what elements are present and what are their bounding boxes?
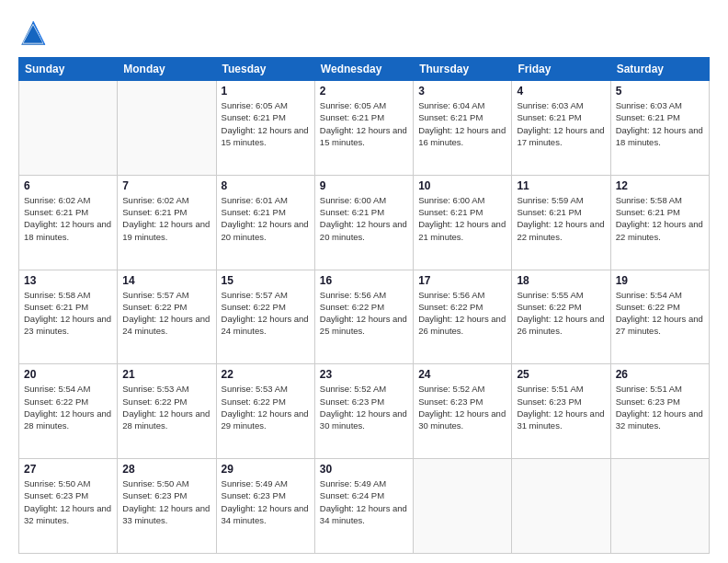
day-info: Sunrise: 5:52 AM Sunset: 6:23 PM Dayligh… — [320, 383, 408, 431]
calendar-week-row: 27Sunrise: 5:50 AM Sunset: 6:23 PM Dayli… — [19, 459, 710, 554]
calendar-cell: 23Sunrise: 5:52 AM Sunset: 6:23 PM Dayli… — [314, 364, 413, 459]
weekday-header: Thursday — [414, 58, 512, 81]
day-info: Sunrise: 5:59 AM Sunset: 6:21 PM Dayligh… — [517, 194, 605, 243]
calendar-cell: 6Sunrise: 6:02 AM Sunset: 6:21 PM Daylig… — [19, 175, 118, 270]
calendar-cell: 12Sunrise: 5:58 AM Sunset: 6:21 PM Dayli… — [610, 175, 709, 270]
weekday-row: SundayMondayTuesdayWednesdayThursdayFrid… — [19, 58, 710, 81]
logo-icon — [18, 18, 48, 48]
calendar-header: SundayMondayTuesdayWednesdayThursdayFrid… — [19, 58, 710, 81]
calendar-cell: 5Sunrise: 6:03 AM Sunset: 6:21 PM Daylig… — [610, 81, 709, 176]
calendar-week-row: 13Sunrise: 5:58 AM Sunset: 6:21 PM Dayli… — [19, 270, 710, 364]
day-number: 24 — [418, 368, 506, 381]
day-number: 21 — [122, 368, 210, 381]
calendar-cell: 20Sunrise: 5:54 AM Sunset: 6:22 PM Dayli… — [19, 364, 118, 459]
day-number: 10 — [418, 179, 506, 192]
calendar-cell: 2Sunrise: 6:05 AM Sunset: 6:21 PM Daylig… — [314, 81, 413, 176]
day-info: Sunrise: 5:53 AM Sunset: 6:22 PM Dayligh… — [222, 383, 310, 431]
day-number: 28 — [122, 463, 210, 476]
weekday-header: Tuesday — [216, 58, 314, 81]
day-number: 20 — [24, 368, 112, 381]
day-number: 30 — [320, 463, 408, 476]
calendar-cell — [512, 459, 610, 554]
calendar-table: SundayMondayTuesdayWednesdayThursdayFrid… — [18, 57, 710, 554]
calendar-week-row: 1Sunrise: 6:05 AM Sunset: 6:21 PM Daylig… — [19, 81, 710, 176]
day-info: Sunrise: 6:03 AM Sunset: 6:21 PM Dayligh… — [517, 99, 605, 148]
day-info: Sunrise: 5:49 AM Sunset: 6:23 PM Dayligh… — [222, 477, 310, 526]
calendar-cell: 14Sunrise: 5:57 AM Sunset: 6:22 PM Dayli… — [118, 270, 216, 364]
day-number: 6 — [24, 179, 112, 192]
day-number: 2 — [320, 85, 408, 98]
page: SundayMondayTuesdayWednesdayThursdayFrid… — [0, 0, 728, 563]
day-number: 14 — [122, 274, 210, 287]
day-number: 26 — [616, 368, 704, 381]
calendar-cell: 27Sunrise: 5:50 AM Sunset: 6:23 PM Dayli… — [19, 459, 118, 554]
day-number: 16 — [320, 274, 408, 287]
calendar-cell: 9Sunrise: 6:00 AM Sunset: 6:21 PM Daylig… — [314, 175, 413, 270]
calendar-cell: 19Sunrise: 5:54 AM Sunset: 6:22 PM Dayli… — [610, 270, 709, 364]
day-number: 3 — [418, 85, 506, 98]
weekday-header: Friday — [512, 58, 610, 81]
calendar-week-row: 20Sunrise: 5:54 AM Sunset: 6:22 PM Dayli… — [19, 364, 710, 459]
day-info: Sunrise: 6:02 AM Sunset: 6:21 PM Dayligh… — [122, 194, 210, 243]
weekday-header: Monday — [118, 58, 216, 81]
weekday-header: Wednesday — [314, 58, 413, 81]
calendar-cell: 26Sunrise: 5:51 AM Sunset: 6:23 PM Dayli… — [610, 364, 709, 459]
calendar-cell: 25Sunrise: 5:51 AM Sunset: 6:23 PM Dayli… — [512, 364, 610, 459]
day-number: 22 — [222, 368, 310, 381]
day-number: 29 — [222, 463, 310, 476]
logo — [18, 18, 53, 48]
day-info: Sunrise: 5:54 AM Sunset: 6:22 PM Dayligh… — [24, 383, 112, 431]
day-info: Sunrise: 5:53 AM Sunset: 6:22 PM Dayligh… — [122, 383, 210, 431]
calendar-cell: 8Sunrise: 6:01 AM Sunset: 6:21 PM Daylig… — [216, 175, 314, 270]
day-number: 12 — [616, 179, 704, 192]
day-info: Sunrise: 5:50 AM Sunset: 6:23 PM Dayligh… — [24, 477, 112, 526]
day-number: 19 — [616, 274, 704, 287]
calendar-cell: 24Sunrise: 5:52 AM Sunset: 6:23 PM Dayli… — [414, 364, 512, 459]
calendar-cell: 21Sunrise: 5:53 AM Sunset: 6:22 PM Dayli… — [118, 364, 216, 459]
day-number: 23 — [320, 368, 408, 381]
day-info: Sunrise: 6:03 AM Sunset: 6:21 PM Dayligh… — [616, 99, 704, 148]
day-info: Sunrise: 6:04 AM Sunset: 6:21 PM Dayligh… — [418, 99, 506, 148]
day-number: 7 — [122, 179, 210, 192]
calendar-cell: 13Sunrise: 5:58 AM Sunset: 6:21 PM Dayli… — [19, 270, 118, 364]
calendar-cell: 22Sunrise: 5:53 AM Sunset: 6:22 PM Dayli… — [216, 364, 314, 459]
day-number: 4 — [517, 85, 605, 98]
day-info: Sunrise: 5:55 AM Sunset: 6:22 PM Dayligh… — [517, 289, 605, 338]
day-number: 8 — [222, 179, 310, 192]
calendar-cell — [414, 459, 512, 554]
header — [18, 18, 710, 48]
calendar-cell: 1Sunrise: 6:05 AM Sunset: 6:21 PM Daylig… — [216, 81, 314, 176]
calendar-cell: 7Sunrise: 6:02 AM Sunset: 6:21 PM Daylig… — [118, 175, 216, 270]
day-info: Sunrise: 5:58 AM Sunset: 6:21 PM Dayligh… — [616, 194, 704, 243]
calendar-week-row: 6Sunrise: 6:02 AM Sunset: 6:21 PM Daylig… — [19, 175, 710, 270]
day-info: Sunrise: 5:56 AM Sunset: 6:22 PM Dayligh… — [418, 289, 506, 338]
day-info: Sunrise: 6:05 AM Sunset: 6:21 PM Dayligh… — [320, 99, 408, 148]
day-number: 25 — [517, 368, 605, 381]
calendar-cell: 16Sunrise: 5:56 AM Sunset: 6:22 PM Dayli… — [314, 270, 413, 364]
day-number: 17 — [418, 274, 506, 287]
calendar-body: 1Sunrise: 6:05 AM Sunset: 6:21 PM Daylig… — [19, 81, 710, 554]
day-number: 9 — [320, 179, 408, 192]
day-info: Sunrise: 5:54 AM Sunset: 6:22 PM Dayligh… — [616, 289, 704, 338]
day-info: Sunrise: 5:57 AM Sunset: 6:22 PM Dayligh… — [222, 289, 310, 338]
weekday-header: Saturday — [610, 58, 709, 81]
weekday-header: Sunday — [19, 58, 118, 81]
day-info: Sunrise: 6:01 AM Sunset: 6:21 PM Dayligh… — [222, 194, 310, 243]
day-number: 5 — [616, 85, 704, 98]
calendar-cell: 10Sunrise: 6:00 AM Sunset: 6:21 PM Dayli… — [414, 175, 512, 270]
day-number: 1 — [222, 85, 310, 98]
calendar-cell — [19, 81, 118, 176]
day-info: Sunrise: 5:51 AM Sunset: 6:23 PM Dayligh… — [517, 383, 605, 431]
day-info: Sunrise: 5:49 AM Sunset: 6:24 PM Dayligh… — [320, 477, 408, 526]
day-info: Sunrise: 5:56 AM Sunset: 6:22 PM Dayligh… — [320, 289, 408, 338]
day-number: 27 — [24, 463, 112, 476]
calendar-cell: 28Sunrise: 5:50 AM Sunset: 6:23 PM Dayli… — [118, 459, 216, 554]
day-info: Sunrise: 5:51 AM Sunset: 6:23 PM Dayligh… — [616, 383, 704, 431]
day-info: Sunrise: 6:05 AM Sunset: 6:21 PM Dayligh… — [222, 99, 310, 148]
day-info: Sunrise: 5:50 AM Sunset: 6:23 PM Dayligh… — [122, 477, 210, 526]
calendar-cell: 17Sunrise: 5:56 AM Sunset: 6:22 PM Dayli… — [414, 270, 512, 364]
calendar-cell — [610, 459, 709, 554]
day-number: 18 — [517, 274, 605, 287]
calendar-cell: 11Sunrise: 5:59 AM Sunset: 6:21 PM Dayli… — [512, 175, 610, 270]
calendar-cell: 15Sunrise: 5:57 AM Sunset: 6:22 PM Dayli… — [216, 270, 314, 364]
